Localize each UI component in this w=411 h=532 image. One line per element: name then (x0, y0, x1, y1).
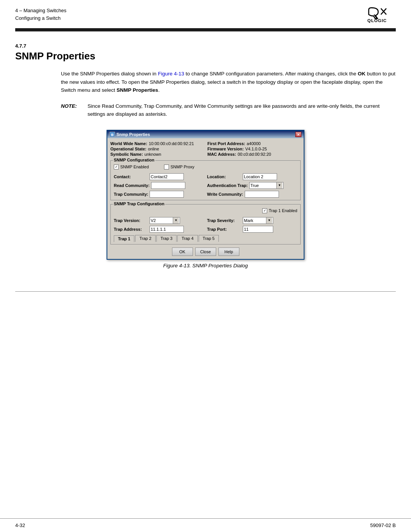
snmp-config-content: SNMP Enabled SNMP Proxy Contact: (114, 165, 297, 198)
contact-input[interactable] (150, 173, 184, 180)
symbolic-value: unknown (145, 152, 161, 157)
dialog-wrapper: ⊞ Snmp Properties ✕ World Wide Name: 10:… (15, 130, 396, 268)
ok-button[interactable]: OK (172, 248, 193, 256)
trap-severity-value: Mark (244, 218, 266, 223)
trap-port-label: Trap Port: (207, 227, 241, 232)
op-state-value: online (148, 147, 159, 151)
snmp-form-fields: Contact: Location: Read Community: (114, 173, 297, 198)
firmware-label: Firmware Version: (207, 147, 244, 151)
trap-form-fields: Trap Version: V2 ▼ Trap Severity: (114, 217, 297, 233)
tab-trap3[interactable]: Trap 3 (156, 235, 177, 242)
page-footer: 4-32 59097-02 B (0, 518, 411, 532)
footer-left: 4-32 (15, 522, 25, 528)
trap-community-label: Trap Community: (114, 192, 148, 197)
tab-trap4[interactable]: Trap 4 (177, 235, 198, 242)
write-community-label: Write Community: (207, 192, 243, 197)
wwn-value: 10:00:00:c0:dd:00:92:21 (149, 141, 194, 146)
note-label: NOTE: (61, 102, 84, 118)
note-block: NOTE: Since Read Community, Trap Communi… (61, 102, 396, 118)
symbolic-label: Symbolic Name: (110, 152, 143, 157)
trap-severity-select[interactable]: Mark ▼ (243, 217, 273, 224)
first-port-row: First Port Address: a40000 (207, 141, 301, 146)
write-community-input[interactable] (245, 191, 279, 198)
snmp-config-group: SNMP Configuration SNMP Enabled SNMP Pro… (110, 160, 301, 200)
close-button[interactable]: Close (195, 248, 216, 256)
top-rule (15, 28, 396, 31)
trap-version-value: V2 (151, 218, 173, 223)
mac-row: MAC Address: 00:c0:dd:00:92:20 (207, 152, 301, 157)
trap-community-input[interactable] (150, 191, 184, 198)
page-header: 4 – Managing Switches Configuring a Swit… (0, 0, 411, 26)
trap-address-input[interactable] (150, 226, 184, 233)
dialog-close-button[interactable]: ✕ (295, 132, 301, 137)
trap-port-input[interactable] (243, 226, 273, 233)
body-paragraph: Use the SNMP Properties dialog shown in … (61, 70, 396, 94)
logo-area: QLOGIC (365, 7, 396, 26)
figure-link[interactable]: Figure 4-13 (158, 71, 184, 77)
snmp-proxy-checkbox[interactable] (164, 165, 169, 169)
auth-trap-arrow: ▼ (276, 182, 282, 189)
auth-trap-value: True (250, 183, 276, 188)
write-community-row: Write Community: (207, 191, 297, 198)
snmp-enabled-checkbox-row[interactable]: SNMP Enabled (114, 165, 149, 169)
section-number: 4.7.7 (15, 43, 396, 49)
snmp-trap-config-content: Trap 1 Enabled Trap Version: V2 ▼ (114, 208, 297, 242)
op-state-row: Operational State: online (110, 147, 204, 151)
tab-trap5[interactable]: Trap 5 (199, 235, 219, 242)
svg-text:QLOGIC: QLOGIC (367, 18, 387, 23)
location-input[interactable] (243, 173, 277, 180)
trap-version-row: Trap Version: V2 ▼ (114, 217, 204, 224)
header-line2: Configuring a Switch (15, 14, 66, 22)
trap-community-row: Trap Community: (114, 191, 204, 198)
mac-value: 00:c0:dd:00:92:20 (237, 152, 271, 157)
trap-severity-arrow: ▼ (266, 217, 272, 224)
header-line1: 4 – Managing Switches (15, 7, 66, 14)
first-port-value: a40000 (247, 141, 261, 146)
trap-severity-label: Trap Severity: (207, 218, 241, 223)
read-community-row: Read Community: (114, 182, 204, 189)
trap-address-row: Trap Address: (114, 226, 204, 233)
snmp-properties-dialog: ⊞ Snmp Properties ✕ World Wide Name: 10:… (107, 130, 304, 260)
dialog-buttons: OK Close Help (110, 248, 301, 256)
contact-label: Contact: (114, 174, 148, 179)
snmp-trap-config-group: SNMP Trap Configuration Trap 1 Enabled (110, 204, 301, 244)
main-content: 4.7.7 SNMP Properties Use the SNMP Prope… (0, 32, 411, 291)
snmp-trap-config-title: SNMP Trap Configuration (113, 201, 165, 206)
tab-trap2[interactable]: Trap 2 (135, 235, 155, 242)
tab-trap1[interactable]: Trap 1 (114, 235, 134, 242)
help-button[interactable]: Help (218, 248, 239, 256)
snmp-enabled-label: SNMP Enabled (120, 165, 149, 169)
trap-port-row: Trap Port: (207, 226, 297, 233)
footer-rule (15, 291, 396, 292)
dialog-body: World Wide Name: 10:00:00:c0:dd:00:92:21… (107, 138, 304, 259)
snmp-enabled-checkbox[interactable] (114, 165, 119, 169)
firmware-value: V4.1.0.0-25 (245, 147, 267, 151)
snmp-config-title: SNMP Configuration (113, 158, 155, 162)
trap-version-arrow: ▼ (173, 217, 179, 224)
trap1-enabled-checkbox[interactable] (262, 208, 267, 213)
trap-address-label: Trap Address: (114, 227, 148, 232)
qlogic-logo: QLOGIC (365, 7, 396, 26)
snmp-proxy-label: SNMP Proxy (170, 165, 194, 169)
trap-tabs: Trap 1 Trap 2 Trap 3 Trap 4 Trap 5 (114, 235, 297, 242)
trap1-enabled-label: Trap 1 Enabled (269, 208, 297, 213)
trap-version-select[interactable]: V2 ▼ (150, 217, 180, 224)
figure-caption: Figure 4-13. SNMP Properties Dialog (163, 263, 248, 268)
info-grid: World Wide Name: 10:00:00:c0:dd:00:92:21… (110, 141, 301, 157)
read-community-input[interactable] (151, 182, 185, 189)
section-title: SNMP Properties (15, 50, 396, 62)
dialog-titlebar: ⊞ Snmp Properties ✕ (107, 131, 304, 138)
snmp-properties-ref: SNMP Properties (116, 87, 158, 93)
location-row: Location: (207, 173, 297, 180)
footer-right: 59097-02 B (370, 522, 396, 528)
contact-row: Contact: (114, 173, 204, 180)
auth-trap-row: Authentication Trap: True ▼ (207, 182, 297, 189)
auth-trap-select[interactable]: True ▼ (249, 182, 284, 189)
trap-version-label: Trap Version: (114, 218, 148, 223)
trap1-enabled-checkbox-row[interactable]: Trap 1 Enabled (262, 208, 297, 213)
dialog-title: Snmp Properties (116, 132, 150, 137)
snmp-proxy-checkbox-row[interactable]: SNMP Proxy (164, 165, 194, 169)
trap-severity-row: Trap Severity: Mark ▼ (207, 217, 297, 224)
location-label: Location: (207, 174, 241, 179)
read-community-label: Read Community: (114, 183, 150, 188)
